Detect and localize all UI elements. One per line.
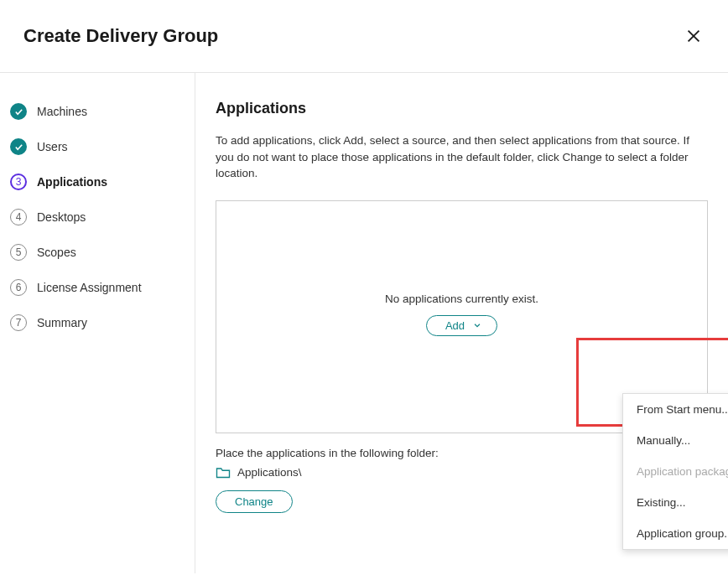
- empty-message: No applications currently exist.: [385, 293, 538, 305]
- wizard-sidebar: Machines Users 3 Applications 4 Desktops…: [0, 73, 195, 573]
- step-label: Machines: [37, 105, 87, 118]
- step-number-icon: 6: [10, 279, 27, 296]
- step-label: Scopes: [37, 246, 76, 259]
- close-icon[interactable]: [684, 27, 703, 45]
- step-desktops[interactable]: 4 Desktops: [10, 202, 185, 237]
- dropdown-item-application-packages: Application packages...: [623, 456, 728, 487]
- step-license-assignment[interactable]: 6 License Assignment: [10, 272, 185, 308]
- step-machines[interactable]: Machines: [10, 96, 185, 132]
- step-label: Applications: [37, 175, 107, 189]
- check-icon: [10, 138, 27, 155]
- step-scopes[interactable]: 5 Scopes: [10, 237, 185, 272]
- step-label: Summary: [37, 316, 87, 329]
- folder-path-text: Applications\: [237, 466, 302, 479]
- dropdown-item-application-group[interactable]: Application group...: [623, 518, 728, 549]
- add-dropdown-menu: From Start menu... Manually... Applicati…: [622, 393, 728, 550]
- dropdown-item-existing[interactable]: Existing...: [623, 487, 728, 518]
- step-number-icon: 4: [10, 209, 27, 225]
- chevron-down-icon: [473, 321, 481, 329]
- dialog-header: Create Delivery Group: [0, 0, 728, 73]
- folder-icon: [216, 466, 231, 479]
- step-number-icon: 7: [10, 314, 27, 331]
- add-button-label: Add: [445, 319, 465, 332]
- dialog-title: Create Delivery Group: [23, 25, 218, 47]
- change-button[interactable]: Change: [216, 490, 293, 513]
- step-applications[interactable]: 3 Applications: [10, 167, 185, 202]
- empty-state: No applications currently exist. Add: [385, 293, 538, 336]
- dropdown-item-manually[interactable]: Manually...: [623, 425, 728, 456]
- step-label: Users: [37, 140, 68, 153]
- step-summary[interactable]: 7 Summary: [10, 308, 185, 343]
- step-number-icon: 3: [10, 174, 27, 190]
- step-users[interactable]: Users: [10, 132, 185, 167]
- page-description: To add applications, click Add, select a…: [216, 132, 708, 182]
- dialog-body: Machines Users 3 Applications 4 Desktops…: [0, 73, 728, 573]
- add-button[interactable]: Add: [426, 315, 497, 336]
- dropdown-item-from-start-menu[interactable]: From Start menu...: [623, 394, 728, 425]
- page-heading: Applications: [216, 100, 708, 117]
- check-icon: [10, 103, 27, 120]
- step-label: Desktops: [37, 210, 86, 224]
- step-number-icon: 5: [10, 244, 27, 261]
- main-panel: Applications To add applications, click …: [195, 73, 728, 573]
- step-label: License Assignment: [37, 281, 142, 294]
